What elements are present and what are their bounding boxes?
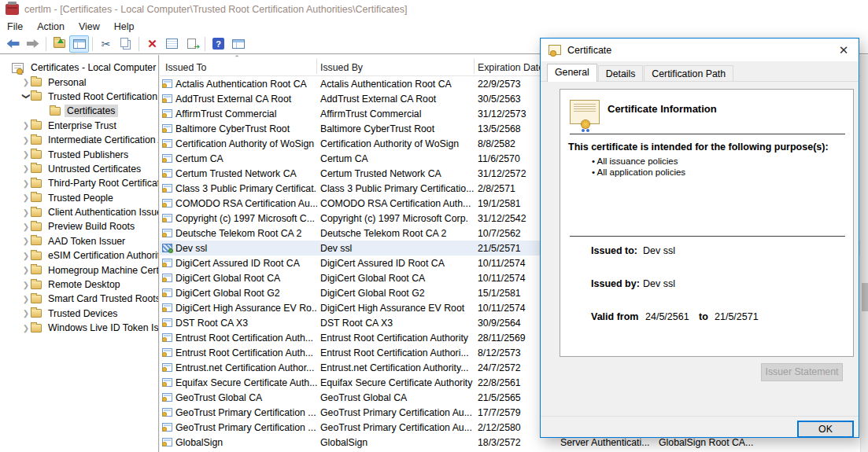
- valid-from-value: 24/5/2561: [645, 311, 689, 322]
- tree-item[interactable]: ❯Trusted Root Certification Au: [0, 90, 158, 104]
- tab-certification-path[interactable]: Certification Path: [644, 65, 733, 82]
- menu-item[interactable]: File: [0, 20, 30, 34]
- tree-item[interactable]: ❯Trusted Publishers: [0, 147, 158, 161]
- tree-item-label: Certificates: [65, 105, 118, 117]
- tree-item[interactable]: ❯Remote Desktop: [0, 277, 158, 292]
- cell-by: Equifax Secure Certificate Authority: [320, 377, 475, 388]
- tree-item-label: Smart Card Trusted Roots: [46, 292, 158, 305]
- forward-icon[interactable]: [23, 35, 42, 53]
- tree-item-label: Windows Live ID Token Issuer: [46, 322, 158, 334]
- help-icon[interactable]: ?: [209, 35, 228, 53]
- tree-item[interactable]: ❯Third-Party Root Certification: [0, 176, 158, 190]
- folder-icon: [31, 295, 42, 303]
- dialog-tabs: GeneralDetailsCertification Path: [547, 64, 734, 82]
- export-list-icon[interactable]: [182, 35, 201, 53]
- chevron-collapsed-icon[interactable]: ❯: [21, 121, 31, 130]
- cell-to: Entrust Root Certification Auth...: [175, 347, 317, 358]
- certificate-icon: [162, 94, 172, 103]
- chevron-collapsed-icon[interactable]: ❯: [21, 208, 31, 217]
- tree-item[interactable]: ❯Personal: [0, 75, 158, 89]
- tree-item[interactable]: ❯Untrusted Certificates: [0, 162, 158, 176]
- menu-item[interactable]: View: [72, 20, 107, 34]
- chevron-collapsed-icon[interactable]: ❯: [21, 193, 31, 202]
- tree-item-label: Client Authentication Issuers: [46, 206, 158, 219]
- chevron-collapsed-icon[interactable]: ❯: [21, 136, 31, 145]
- up-one-level-icon[interactable]: [50, 35, 69, 53]
- folder-icon: [31, 324, 42, 333]
- certificate-icon: [162, 288, 172, 297]
- tree-item-label: Trusted People: [46, 192, 116, 204]
- tree-item[interactable]: ❯Windows Live ID Token Issuer: [0, 321, 158, 335]
- cell-to: DigiCert High Assurance EV Ro...: [175, 303, 317, 314]
- chevron-collapsed-icon[interactable]: ❯: [21, 164, 31, 173]
- tree-item[interactable]: ❯AAD Token Issuer: [0, 234, 158, 248]
- scrollbar-thumb[interactable]: [862, 283, 868, 311]
- chevron-collapsed-icon[interactable]: ❯: [21, 266, 31, 274]
- cell-by: DigiCert Global Root CA: [320, 273, 475, 284]
- properties-icon[interactable]: [162, 35, 182, 53]
- tree-item[interactable]: ❯Homegroup Machine Certific: [0, 263, 158, 277]
- cell-int: Server Authenticati...: [560, 437, 656, 448]
- valid-to-label: to: [699, 311, 708, 322]
- cell-by: AddTrust External CA Root: [320, 94, 475, 105]
- chevron-collapsed-icon[interactable]: ❯: [21, 295, 31, 303]
- vertical-scrollbar[interactable]: [860, 55, 868, 452]
- chevron-collapsed-icon[interactable]: ❯: [21, 78, 31, 86]
- cell-to: GlobalSign: [175, 437, 317, 448]
- cut-icon[interactable]: ✂: [96, 35, 116, 53]
- chevron-collapsed-icon[interactable]: ❯: [21, 179, 31, 188]
- tab-general[interactable]: General: [547, 64, 597, 82]
- cell-by: GeoTrust Primary Certification Au...: [320, 422, 475, 433]
- chevron-expanded-icon[interactable]: ❯: [22, 92, 31, 101]
- tree-item[interactable]: ❯Trusted Devices: [0, 307, 158, 321]
- tab-details[interactable]: Details: [598, 65, 644, 82]
- cell-to: Baltimore CyberTrust Root: [175, 123, 317, 134]
- tree-item[interactable]: ❯Enterprise Trust: [0, 119, 158, 133]
- tree-item[interactable]: Certificates - Local Computer: [0, 61, 158, 75]
- cell-by: Actalis Authentication Root CA: [320, 79, 475, 90]
- tree-item-label: Trusted Publishers: [46, 149, 131, 161]
- back-icon[interactable]: [3, 35, 23, 53]
- copy-icon[interactable]: [116, 35, 135, 53]
- chevron-collapsed-icon[interactable]: ❯: [21, 222, 31, 231]
- tree-item[interactable]: ❯eSIM Certification Authorities: [0, 248, 158, 263]
- issued-to-label: Issued to:: [591, 245, 637, 256]
- chevron-collapsed-icon[interactable]: ❯: [21, 281, 31, 289]
- cell-by: Dev ssl: [320, 243, 475, 254]
- show-console-tree-icon[interactable]: [69, 35, 89, 53]
- cell-by: Deutsche Telekom Root CA 2: [320, 228, 475, 239]
- column-header-expiration-date[interactable]: Expiration Date: [478, 62, 544, 73]
- folder-icon: [31, 92, 42, 101]
- cell-by: Copyright (c) 1997 Microsoft Corp.: [320, 213, 475, 224]
- folder-icon: [31, 179, 42, 188]
- tree-item[interactable]: Certificates: [0, 104, 158, 118]
- chevron-collapsed-icon[interactable]: ❯: [21, 252, 31, 260]
- delete-icon[interactable]: ✕: [142, 35, 162, 53]
- cell-to: Copyright (c) 1997 Microsoft C...: [175, 213, 317, 224]
- folder-icon: [31, 281, 42, 289]
- cell-to: AddTrust External CA Root: [175, 94, 317, 105]
- cell-by: GlobalSign: [320, 437, 475, 448]
- tree-item[interactable]: ❯Trusted People: [0, 191, 158, 205]
- tree-item[interactable]: ❯Client Authentication Issuers: [0, 205, 158, 219]
- certificate-icon: [162, 303, 172, 312]
- column-header-issued-to[interactable]: Issued To: [165, 62, 206, 73]
- chevron-collapsed-icon[interactable]: ❯: [21, 309, 31, 318]
- column-divider[interactable]: [474, 58, 475, 74]
- tree-item[interactable]: ❯Smart Card Trusted Roots: [0, 292, 158, 306]
- column-header-issued-by[interactable]: Issued By: [320, 62, 363, 73]
- ok-button[interactable]: OK: [797, 421, 854, 438]
- chevron-collapsed-icon[interactable]: ❯: [21, 324, 31, 333]
- column-divider[interactable]: [316, 58, 317, 74]
- new-window-icon[interactable]: [228, 35, 248, 53]
- menu-item[interactable]: Help: [107, 20, 142, 34]
- cell-by: Certification Authority of WoSign: [320, 138, 475, 149]
- tree-item[interactable]: ❯Intermediate Certification Au: [0, 133, 158, 147]
- menu-item[interactable]: Action: [30, 20, 72, 34]
- tree-item[interactable]: ❯Preview Build Roots: [0, 219, 158, 233]
- certificate-icon: [162, 109, 172, 118]
- close-icon[interactable]: ✕: [829, 39, 859, 61]
- chevron-collapsed-icon[interactable]: ❯: [21, 150, 31, 159]
- chevron-collapsed-icon[interactable]: ❯: [21, 237, 31, 245]
- cell-to: Certum CA: [175, 153, 317, 164]
